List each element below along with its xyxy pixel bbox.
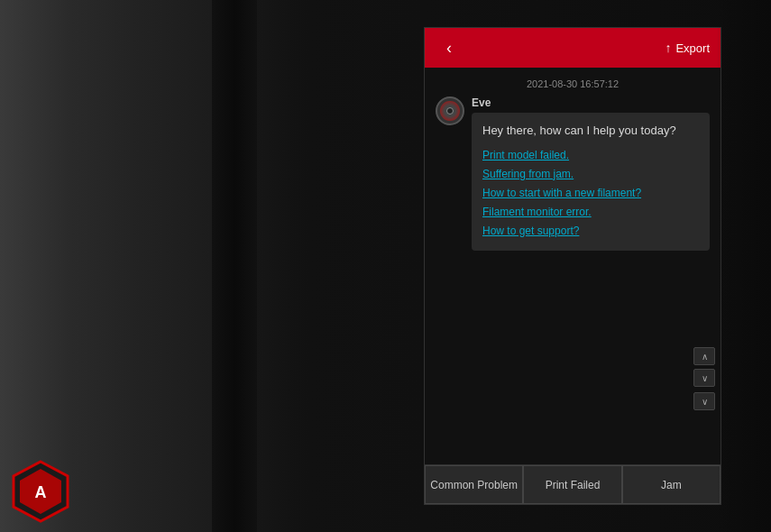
tab-jam[interactable]: Jam <box>622 465 721 504</box>
message-content: Eve Hey there, how can I help you today?… <box>472 96 710 251</box>
chat-area: 2021-08-30 16:57:12 Eve Hey there, how c… <box>425 68 721 464</box>
sender-name: Eve <box>472 96 710 109</box>
right-glow <box>717 0 771 532</box>
avatar-eye <box>446 107 454 115</box>
scroll-down-button[interactable]: ∨ <box>693 369 715 387</box>
export-label: Export <box>675 41 710 55</box>
export-button[interactable]: ↑ Export <box>665 41 710 55</box>
svg-text:A: A <box>35 483 47 501</box>
scroll-buttons: ∧ ∨ ∨ <box>693 347 715 410</box>
screen-container: ‹ ↑ Export 2021-08-30 16:57:12 Eve Hey t… <box>424 27 721 505</box>
link-suffering-from-jam[interactable]: Suffering from jam. <box>482 166 699 182</box>
export-icon: ↑ <box>665 41 671 55</box>
avatar <box>436 96 464 125</box>
chat-timestamp: 2021-08-30 16:57:12 <box>425 68 721 96</box>
printer-left-panel <box>0 0 234 532</box>
tab-common-problem-label: Common Problem <box>430 479 518 491</box>
printer-vertical-bar <box>212 0 257 532</box>
tab-common-problem[interactable]: Common Problem <box>425 465 523 504</box>
tab-print-failed-label: Print Failed <box>546 479 601 491</box>
link-get-support[interactable]: How to get support? <box>482 223 699 239</box>
scroll-down-icon: ∨ <box>702 373 708 383</box>
back-icon: ‹ <box>446 39 452 58</box>
tab-jam-label: Jam <box>661 479 682 491</box>
logo-area: A <box>9 460 81 523</box>
tab-print-failed[interactable]: Print Failed <box>523 465 621 504</box>
link-print-model-failed[interactable]: Print model failed. <box>482 147 699 163</box>
chat-message: Eve Hey there, how can I help you today?… <box>425 96 721 261</box>
scroll-up-icon: ∧ <box>702 352 708 362</box>
header-bar: ‹ ↑ Export <box>425 28 721 68</box>
bottom-tabs: Common Problem Print Failed Jam <box>425 464 721 504</box>
scroll-up-button[interactable]: ∧ <box>693 347 715 365</box>
back-button[interactable]: ‹ <box>436 34 463 61</box>
message-bubble: Hey there, how can I help you today? Pri… <box>472 113 710 251</box>
link-filament-monitor[interactable]: Filament monitor error. <box>482 204 699 220</box>
link-new-filament[interactable]: How to start with a new filament? <box>482 185 699 201</box>
avatar-inner <box>440 101 460 121</box>
message-text: Hey there, how can I help you today? <box>482 122 699 140</box>
scroll-last-button[interactable]: ∨ <box>693 392 715 410</box>
scroll-last-icon: ∨ <box>702 397 708 407</box>
